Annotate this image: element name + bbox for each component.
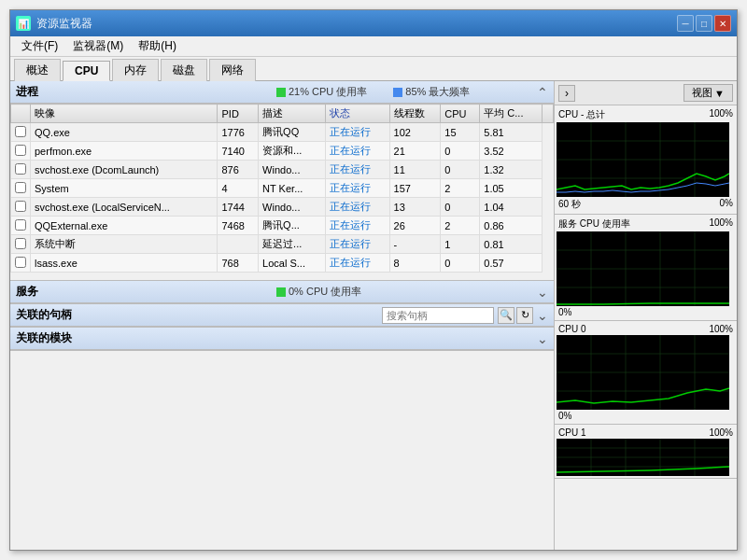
row-avg: 0.86 (480, 217, 543, 235)
title-bar: 📊 资源监视器 ─ □ ✕ (10, 10, 737, 36)
row-image: lsass.exe (31, 254, 218, 273)
process-section-header[interactable]: 进程 21% CPU 使用率 85% 最大频率 ⌃ (10, 81, 554, 104)
tab-cpu[interactable]: CPU (63, 61, 110, 81)
search-refresh-button[interactable]: ↻ (516, 307, 533, 324)
right-panel-header: › 视图 ▼ (555, 81, 737, 105)
process-table: 映像 PID 描述 状态 线程数 CPU 平均 C... (10, 104, 554, 273)
close-button[interactable]: ✕ (714, 15, 731, 32)
chart-cpu1-top: 100% (709, 427, 733, 438)
col-threads[interactable]: 线程数 (389, 105, 441, 123)
view-dropdown-icon: ▼ (714, 88, 725, 99)
row-threads: 157 (389, 179, 441, 198)
tab-network[interactable]: 网络 (209, 59, 256, 81)
row-pid: 768 (218, 254, 259, 273)
modules-section-header[interactable]: 关联的模块 ⌄ (10, 328, 554, 350)
row-cpu: 0 (441, 142, 480, 161)
row-checkbox-cell[interactable] (11, 142, 31, 161)
col-pid[interactable]: PID (218, 105, 259, 123)
row-avg: 5.81 (480, 123, 543, 142)
handles-title: 关联的句柄 (16, 307, 199, 323)
chart-cpu0-bottom: 0% (558, 411, 571, 421)
table-row: QQ.exe 1776 腾讯QQ 正在运行 102 15 5.81 (11, 123, 554, 142)
row-image: 系统中断 (31, 235, 218, 254)
chart-cpu1-header: CPU 1 100% (557, 427, 735, 439)
chart-service-bottom: 0% (558, 307, 571, 317)
row-status: 正在运行 (325, 235, 389, 254)
tab-memory[interactable]: 内存 (112, 59, 159, 81)
row-checkbox[interactable] (15, 219, 26, 231)
services-section-header[interactable]: 服务 0% CPU 使用率 ⌄ (10, 281, 554, 303)
row-checkbox-cell[interactable] (11, 254, 31, 273)
modules-title: 关联的模块 (16, 330, 276, 346)
row-checkbox[interactable] (15, 126, 26, 137)
row-desc: Local S... (259, 254, 325, 273)
row-checkbox[interactable] (15, 257, 26, 268)
tab-overview[interactable]: 概述 (14, 59, 61, 81)
chart-service-cpu: 服务 CPU 使用率 100% 0% (555, 215, 737, 321)
row-avg: 3.52 (480, 142, 543, 161)
menu-monitor[interactable]: 监视器(M) (65, 36, 131, 56)
cpu-usage-dot (276, 88, 286, 97)
row-checkbox-cell[interactable] (11, 217, 31, 235)
col-status[interactable]: 状态 (325, 105, 389, 123)
window-controls: ─ □ ✕ (677, 15, 731, 32)
col-avg[interactable]: 平均 C... (480, 105, 543, 123)
menu-bar: 文件(F) 监视器(M) 帮助(H) (10, 36, 737, 57)
minimize-button[interactable]: ─ (677, 15, 694, 32)
row-image: svchost.exe (DcomLaunch) (31, 161, 218, 179)
row-cpu: 0 (441, 198, 480, 217)
chart-cpu-total-bottom: 0% (720, 198, 733, 211)
row-status: 正在运行 (325, 217, 389, 235)
main-window: 📊 资源监视器 ─ □ ✕ 文件(F) 监视器(M) 帮助(H) 概述 CPU … (9, 9, 738, 551)
row-status: 正在运行 (325, 123, 389, 142)
row-checkbox-cell[interactable] (11, 123, 31, 142)
expand-button[interactable]: › (558, 85, 575, 102)
row-cpu: 0 (441, 254, 480, 273)
left-panel: 进程 21% CPU 使用率 85% 最大频率 ⌃ (10, 81, 555, 550)
col-image[interactable]: 映像 (31, 105, 218, 123)
row-checkbox-cell[interactable] (11, 179, 31, 198)
table-row: QQExternal.exe 7468 腾讯Q... 正在运行 26 2 0.8… (11, 217, 554, 235)
modules-collapse-btn[interactable]: ⌄ (537, 331, 548, 346)
row-checkbox-cell[interactable] (11, 198, 31, 217)
tabs-bar: 概述 CPU 内存 磁盘 网络 (10, 57, 737, 81)
modules-section: 关联的模块 ⌄ (10, 328, 554, 351)
tab-disk[interactable]: 磁盘 (161, 59, 207, 81)
row-status: 正在运行 (325, 161, 389, 179)
maximize-button[interactable]: □ (696, 15, 712, 32)
handles-section-header[interactable]: 关联的句柄 🔍 ↻ ⌄ (10, 304, 554, 327)
view-button[interactable]: 视图 ▼ (684, 84, 733, 102)
row-checkbox[interactable] (15, 145, 26, 156)
chart-cpu-total-footer: 60 秒 0% (557, 197, 735, 212)
row-status: 正在运行 (325, 198, 389, 217)
row-threads: 21 (389, 142, 441, 161)
process-table-container[interactable]: 映像 PID 描述 状态 线程数 CPU 平均 C... (10, 104, 554, 280)
row-threads: 26 (389, 217, 441, 235)
chart-service-top: 100% (709, 217, 733, 231)
row-desc: 腾讯QQ (259, 123, 325, 142)
process-collapse-btn[interactable]: ⌃ (537, 85, 548, 100)
row-image: System (31, 179, 218, 198)
menu-help[interactable]: 帮助(H) (131, 36, 184, 56)
handles-collapse-btn[interactable]: ⌄ (537, 308, 548, 323)
row-checkbox[interactable] (15, 163, 26, 175)
row-avg: 1.04 (480, 198, 543, 217)
row-checkbox[interactable] (15, 201, 26, 212)
search-button[interactable]: 🔍 (498, 307, 514, 324)
row-cpu: 0 (441, 161, 480, 179)
row-checkbox-cell[interactable] (11, 235, 31, 254)
services-collapse-btn[interactable]: ⌄ (537, 285, 548, 300)
row-checkbox[interactable] (15, 182, 26, 193)
content-area: 进程 21% CPU 使用率 85% 最大频率 ⌃ (10, 81, 737, 550)
table-row: svchost.exe (LocalServiceN... 1744 Windo… (11, 198, 554, 217)
row-status: 正在运行 (325, 179, 389, 198)
col-desc[interactable]: 描述 (259, 105, 325, 123)
menu-file[interactable]: 文件(F) (14, 36, 65, 56)
chart-cpu-total-time: 60 秒 (558, 198, 581, 211)
row-checkbox[interactable] (15, 238, 26, 249)
col-cpu[interactable]: CPU (441, 105, 480, 123)
row-checkbox-cell[interactable] (11, 161, 31, 179)
row-desc: Windo... (259, 198, 325, 217)
handles-search-input[interactable] (382, 307, 494, 324)
row-desc: 腾讯Q... (259, 217, 325, 235)
